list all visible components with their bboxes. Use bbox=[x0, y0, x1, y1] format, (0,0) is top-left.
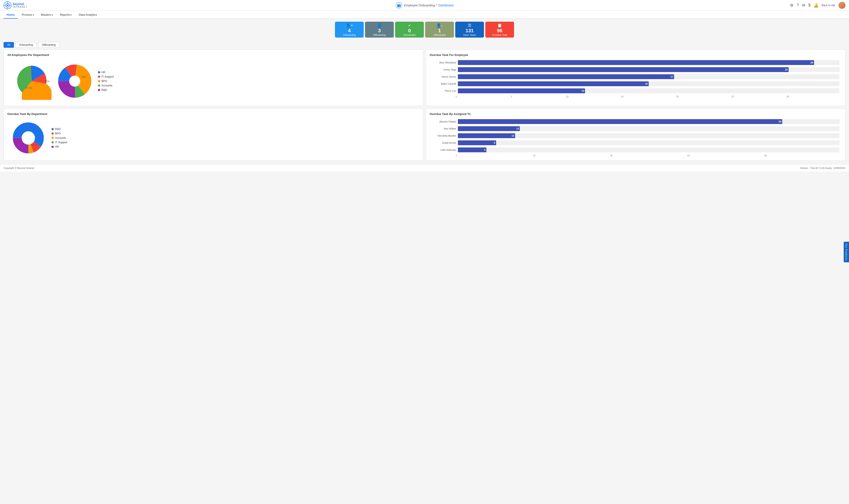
bar-value: 17 bbox=[671, 75, 673, 78]
open-tasks-icon: ☰ bbox=[468, 23, 471, 28]
x-tick: 40 bbox=[610, 155, 687, 157]
mail-icon[interactable]: ✉ bbox=[802, 3, 805, 8]
onboarded-icon: ✓ bbox=[408, 23, 411, 28]
bar-value: 6 bbox=[484, 148, 486, 151]
legend-it-support: IT Support bbox=[98, 75, 114, 78]
legend-hr2-label: HR bbox=[55, 145, 59, 148]
bar-fill: 68 bbox=[458, 119, 782, 124]
legend-bpo2-label: BPO bbox=[55, 132, 60, 135]
avatar[interactable] bbox=[838, 2, 846, 9]
dept-pie-panel: All Employees Per Department 25% bbox=[3, 50, 423, 106]
offboarding-icon: 👤 bbox=[377, 23, 382, 28]
legend-rd2: R&D bbox=[52, 128, 68, 131]
bar-fill: 10 bbox=[458, 88, 585, 93]
svg-point-23 bbox=[22, 131, 35, 145]
bar-fill: 12 bbox=[458, 133, 515, 138]
filter-onboarding[interactable]: Onboarding bbox=[15, 42, 37, 48]
svg-text:59.4%: 59.4% bbox=[32, 144, 38, 146]
bar-fill: 26 bbox=[458, 67, 789, 72]
svg-text:👥: 👥 bbox=[397, 3, 401, 7]
overdue-task-number: 96 bbox=[497, 28, 502, 33]
bar-fill: 13 bbox=[458, 126, 520, 131]
notification-icon[interactable]: 🔔 bbox=[814, 3, 818, 8]
onboarding-icon: 👤+ bbox=[346, 23, 353, 28]
stat-offboarded[interactable]: 👤↓ 1 Offboarded bbox=[425, 22, 454, 38]
dept-pie-legend: HR IT Support BPO Accounts R&D bbox=[98, 71, 114, 91]
bar-row: Kierra Gentry17 bbox=[432, 74, 839, 79]
svg-text:25%: 25% bbox=[45, 80, 50, 83]
stats-bar: 👤+ 4 Onboarding 👤 3 Offboarding ✓ 0 Onbo… bbox=[0, 19, 849, 40]
overdue-dept-legend: R&D BPO Accounts IT Support HR bbox=[52, 128, 68, 148]
stat-open-tasks[interactable]: ☰ 131 Open Tasks bbox=[455, 22, 484, 38]
onboarded-number: 0 bbox=[408, 28, 411, 33]
dashboard-grid: All Employees Per Department 25% bbox=[0, 50, 849, 164]
dept-donut: 25% 37.5% bbox=[58, 65, 91, 98]
footer-copyright: Copyright © Beyond Intranet bbox=[3, 167, 34, 169]
x-tick: 0 bbox=[456, 95, 511, 98]
legend-rd: R&D bbox=[98, 88, 114, 91]
stat-overdue-task[interactable]: 📋 96 Overdue Task bbox=[485, 22, 514, 38]
filter-offboarding[interactable]: Offboarding bbox=[38, 42, 59, 48]
open-tasks-label: Open Tasks bbox=[463, 34, 476, 36]
svg-text:25%: 25% bbox=[16, 140, 21, 143]
stat-onboarding[interactable]: 👤+ 4 Onboarding bbox=[335, 22, 364, 38]
logo[interactable]: beyond INTRANET bbox=[3, 1, 28, 9]
onboarded-label: Onboarded bbox=[403, 34, 415, 36]
our-products-tab[interactable]: Our Products bbox=[844, 242, 849, 263]
bar-track: 10 bbox=[458, 88, 839, 93]
x-tick: 10 bbox=[566, 95, 621, 98]
settings-icon[interactable]: ⚙ bbox=[790, 3, 794, 8]
overdue-dept-donut: 25% 59.4% bbox=[12, 121, 45, 155]
nav-process[interactable]: Process bbox=[19, 11, 37, 19]
breadcrumb-link[interactable]: Dashboard bbox=[438, 3, 453, 7]
x-tick: 15 bbox=[621, 95, 676, 98]
bar-fill: 15 bbox=[458, 82, 649, 86]
stat-offboarding[interactable]: 👤 3 Offboarding bbox=[365, 22, 394, 38]
legend-bpo-label: BPO bbox=[102, 79, 107, 83]
logo-icon bbox=[3, 1, 12, 9]
bar-row: Grady Archie8 bbox=[432, 140, 839, 145]
dept-pie-title: All Employees Per Department bbox=[7, 53, 419, 57]
breadcrumb: 👥 Employee Onboarding / Dashboard bbox=[396, 2, 453, 8]
bar-label: Lidia Holloway bbox=[432, 148, 456, 151]
back-to-site-link[interactable]: Back to site bbox=[821, 4, 835, 7]
legend-bpo2-dot bbox=[52, 132, 54, 134]
legend-accounts-label: Accounts bbox=[102, 84, 112, 87]
footer-version: Version : Trial (8.7.4.9) Expiry: 13/08/… bbox=[800, 167, 846, 169]
nav-reports[interactable]: Reports bbox=[57, 11, 75, 19]
legend-rd2-label: R&D bbox=[55, 128, 60, 131]
filter-all[interactable]: All bbox=[3, 42, 14, 48]
logo-text: beyond INTRANET bbox=[13, 2, 28, 8]
bar-label: Pierre Cox bbox=[432, 90, 456, 92]
legend-rd2-dot bbox=[52, 128, 54, 130]
filter-tabs: All Onboarding Offboarding bbox=[0, 40, 849, 50]
onboarding-number: 4 bbox=[348, 28, 351, 33]
bar-track: 12 bbox=[458, 133, 839, 138]
nav-data-analytics[interactable]: Data Analytics bbox=[76, 11, 100, 19]
svg-text:25%: 25% bbox=[82, 76, 86, 78]
header-actions: ⚙ ? ✉ $ 🔔 Back to site bbox=[790, 2, 846, 9]
bar-row: Pierre Cox10 bbox=[432, 88, 839, 93]
billing-icon[interactable]: $ bbox=[808, 3, 811, 7]
svg-point-2 bbox=[7, 5, 8, 6]
bar-track: 28 bbox=[458, 60, 839, 65]
legend-rd-dot bbox=[98, 89, 100, 91]
nav-home[interactable]: Home bbox=[3, 11, 18, 19]
bar-track: 26 bbox=[458, 67, 839, 72]
stat-onboarded[interactable]: ✓ 0 Onboarded bbox=[395, 22, 424, 38]
bar-track: 17 bbox=[458, 74, 839, 79]
overdue-employee-panel: Overdue Task For Employee Alice Woodland… bbox=[426, 50, 846, 106]
bar-label: Alice Woodland bbox=[432, 61, 456, 64]
overdue-assigned-title: Overdue Task By Assigned To bbox=[430, 112, 842, 115]
breadcrumb-text: Employee Onboarding / bbox=[404, 3, 436, 7]
legend-hr2-dot bbox=[52, 146, 54, 148]
bar-label: Cierra Vega bbox=[432, 68, 456, 71]
bar-track: 6 bbox=[458, 147, 839, 152]
overdue-assigned-xaxis: 020406080 bbox=[430, 155, 842, 157]
legend-hr2: HR bbox=[52, 145, 68, 148]
onboarding-label: Onboarding bbox=[343, 34, 356, 36]
help-icon[interactable]: ? bbox=[797, 3, 799, 7]
x-tick: 25 bbox=[731, 95, 787, 98]
nav-masters[interactable]: Masters bbox=[38, 11, 56, 19]
x-tick: 60 bbox=[687, 155, 764, 157]
